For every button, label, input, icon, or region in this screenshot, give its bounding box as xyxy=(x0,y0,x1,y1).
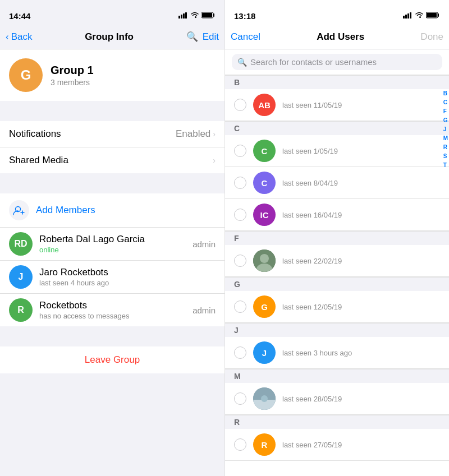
avatar: C xyxy=(253,172,276,194)
right-time: 13:18 xyxy=(234,11,255,21)
members-section: Add Members RD Roberta Dal Lago Garcia o… xyxy=(0,193,224,326)
avatar xyxy=(253,387,276,410)
contact-radio[interactable] xyxy=(234,301,246,313)
done-button[interactable]: Done xyxy=(420,31,443,43)
svg-rect-2 xyxy=(183,13,185,19)
table-row[interactable]: J Jaro Rocketbots last seen 4 hours ago xyxy=(0,261,224,294)
member-info: Roberta Dal Lago Garcia online xyxy=(39,234,186,254)
group-info: Group 1 3 members xyxy=(51,64,94,87)
list-item[interactable]: C last seen 1/05/19 xyxy=(225,135,449,167)
contact-radio[interactable] xyxy=(234,99,246,111)
group-name: Group 1 xyxy=(51,64,94,77)
list-item[interactable]: C last seen 8/04/19 xyxy=(225,167,449,199)
svg-rect-7 xyxy=(403,16,405,19)
notifications-label: Notifications xyxy=(9,128,61,140)
contact-info: last seen 22/02/19 xyxy=(282,256,440,266)
index-letter-b[interactable]: B xyxy=(443,90,448,98)
contact-seen: last seen 28/05/19 xyxy=(282,395,342,403)
contact-radio[interactable] xyxy=(234,145,246,157)
cancel-button[interactable]: Cancel xyxy=(231,31,260,43)
contact-radio[interactable] xyxy=(234,255,246,267)
avatar: R xyxy=(253,433,276,456)
search-button[interactable]: 🔍 xyxy=(186,31,198,43)
section-header-c: C xyxy=(225,121,449,135)
member-status: last seen 4 hours ago xyxy=(39,279,209,287)
index-letter-r[interactable]: R xyxy=(443,144,448,151)
contact-radio[interactable] xyxy=(234,392,246,405)
index-letter-s[interactable]: S xyxy=(443,152,448,160)
table-row[interactable]: RD Roberta Dal Lago Garcia online admin xyxy=(0,228,224,261)
add-members-row[interactable]: Add Members xyxy=(0,193,224,228)
index-letter-g[interactable]: G xyxy=(443,117,448,124)
section-header-g: G xyxy=(225,277,449,291)
edit-button[interactable]: Edit xyxy=(203,31,219,43)
contact-info: last seen 11/05/19 xyxy=(282,100,440,110)
avatar: J xyxy=(253,341,276,364)
avatar: R xyxy=(9,298,33,322)
contact-seen: last seen 16/04/19 xyxy=(282,211,342,219)
avatar: G xyxy=(253,295,276,318)
contact-info: last seen 12/05/19 xyxy=(282,302,440,312)
shared-media-item[interactable]: Shared Media › xyxy=(0,147,224,173)
svg-rect-8 xyxy=(405,15,407,19)
notifications-item[interactable]: Notifications Enabled › xyxy=(0,121,224,147)
member-name: Rocketbots xyxy=(39,300,186,311)
avatar: C xyxy=(253,140,276,162)
battery-icon xyxy=(426,12,440,20)
list-item[interactable]: last seen 28/05/19 xyxy=(225,383,449,415)
list-item[interactable]: R last seen 27/05/19 xyxy=(225,429,449,461)
index-letter-t[interactable]: T xyxy=(443,161,448,169)
contact-radio[interactable] xyxy=(234,209,246,221)
contact-seen: last seen 3 hours ago xyxy=(282,349,352,357)
signal-icon xyxy=(178,12,188,20)
left-time: 14:44 xyxy=(9,11,30,21)
leave-section[interactable]: Leave Group xyxy=(0,346,224,373)
index-letter-c[interactable]: C xyxy=(443,99,448,107)
right-panel: 13:18 xyxy=(224,0,449,476)
contact-radio[interactable] xyxy=(234,177,246,189)
contact-info: last seen 3 hours ago xyxy=(282,348,440,358)
contact-radio[interactable] xyxy=(234,438,246,451)
add-members-icon xyxy=(9,200,29,220)
chevron-left-icon: ‹ xyxy=(6,31,9,43)
contact-seen: last seen 22/02/19 xyxy=(282,257,342,265)
contact-seen: last seen 12/05/19 xyxy=(282,303,342,311)
index-letter-j[interactable]: J xyxy=(443,126,448,133)
back-button[interactable]: ‹ Back xyxy=(6,31,32,43)
svg-rect-5 xyxy=(202,13,212,17)
list-item[interactable]: J last seen 3 hours ago xyxy=(225,337,449,369)
right-nav-bar: Cancel Add Users Done xyxy=(225,25,449,49)
battery-icon xyxy=(201,12,216,20)
left-status-icons xyxy=(178,12,216,20)
signal-icon xyxy=(403,12,413,20)
list-item[interactable]: AB last seen 11/05/19 xyxy=(225,89,449,121)
contact-info: last seen 8/04/19 xyxy=(282,178,440,188)
search-bar-container: 🔍 xyxy=(225,49,449,75)
contact-radio[interactable] xyxy=(234,346,246,359)
svg-rect-0 xyxy=(178,16,180,19)
table-row[interactable]: R Rocketbots has no access to messages a… xyxy=(0,294,224,326)
avatar: AB xyxy=(253,94,276,116)
search-input-wrap: 🔍 xyxy=(232,54,442,70)
list-item[interactable]: IC last seen 16/04/19 xyxy=(225,199,449,231)
nav-title: Group Info xyxy=(85,31,134,43)
list-item[interactable]: last seen 22/02/19 xyxy=(225,245,449,277)
section-header-r: R xyxy=(225,415,449,429)
group-avatar: G xyxy=(9,58,43,92)
search-input[interactable] xyxy=(250,57,437,67)
add-users-title: Add Users xyxy=(317,31,364,43)
left-status-bar: 14:44 xyxy=(0,0,224,25)
svg-rect-1 xyxy=(181,15,182,19)
contact-seen: last seen 8/04/19 xyxy=(282,179,338,187)
index-sidebar: B C F G J M R S T xyxy=(443,90,448,169)
section-header-b: B xyxy=(225,75,449,89)
svg-rect-3 xyxy=(185,12,187,19)
list-item[interactable]: G last seen 12/05/19 xyxy=(225,291,449,323)
shared-media-chevron: › xyxy=(213,156,216,165)
member-name: Jaro Rocketbots xyxy=(39,267,209,278)
index-letter-f[interactable]: F xyxy=(443,108,448,115)
left-panel: 14:44 xyxy=(0,0,224,476)
index-letter-m[interactable]: M xyxy=(443,135,448,142)
svg-rect-10 xyxy=(410,12,411,19)
notifications-value: Enabled › xyxy=(176,128,216,140)
